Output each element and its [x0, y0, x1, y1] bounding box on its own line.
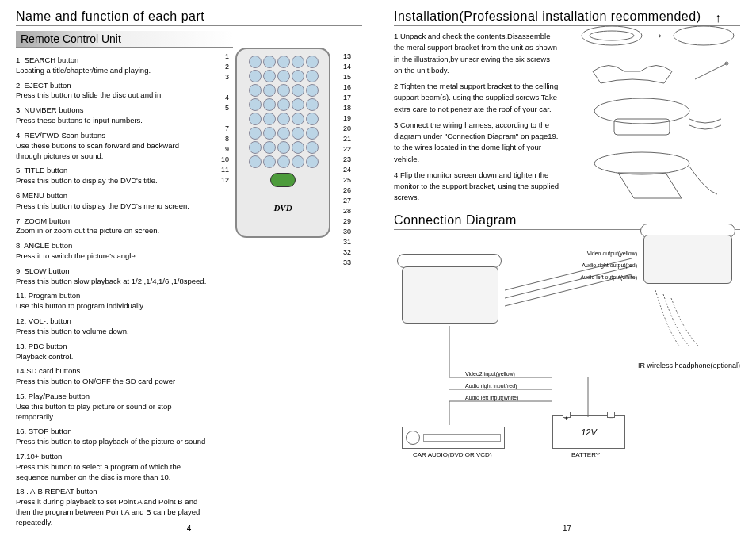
remote-item: 12. VOL-. buttonPress this button to vol… [16, 316, 206, 337]
remote-key [277, 84, 290, 97]
left-page: Name and function of each part Remote Co… [0, 0, 378, 536]
remote-key [277, 56, 290, 68]
remote-item: 13. PBC buttonPlayback control. [16, 342, 206, 362]
install-step: 1.Unpack and check the contents.Disassem… [394, 31, 560, 76]
wire-label: Video output(yellow) [587, 251, 637, 256]
remote-key [306, 127, 319, 140]
remote-item: 11. Program buttonUse this button to pro… [16, 291, 206, 312]
power-button-icon [270, 173, 296, 187]
remote-key [306, 56, 319, 68]
svg-line-3 [695, 63, 727, 79]
remote-key [292, 141, 304, 154]
remote-item: 16. STOP buttonPress this button to stop… [16, 427, 206, 447]
connection-diagram: Video output(yellow) Audio right output(… [394, 235, 740, 457]
installation-steps: 1.Unpack and check the contents.Disassem… [394, 31, 560, 204]
figure-bracket [571, 56, 745, 87]
caption-battery: BATTERY [571, 451, 600, 458]
remote-key [277, 98, 290, 111]
svg-point-7 [594, 152, 689, 174]
remote-item: 6.MENU buttonPress this button to displa… [16, 191, 206, 212]
remote-item: 4. REV/FWD-Scan buttonsUse these buttons… [16, 131, 206, 161]
remote-key [292, 84, 304, 97]
remote-key [292, 127, 304, 140]
section-title-parts: Name and function of each part [16, 10, 362, 26]
remote-item: 18 . A-B REPEAT buttonPress it during pl… [16, 487, 206, 527]
install-step: 4.Flip the monitor screen down and tight… [394, 170, 560, 204]
remote-key [306, 113, 319, 125]
svg-line-9 [505, 266, 632, 298]
arrow-up-icon [715, 11, 721, 25]
remote-key [306, 141, 319, 154]
remote-key [277, 113, 290, 125]
remote-key [263, 56, 276, 68]
wire-label: Audio left output(white) [580, 274, 637, 280]
wire-label: Audio right input(red) [465, 383, 517, 389]
remote-key [249, 155, 262, 168]
remote-key [292, 98, 304, 111]
remote-key [306, 84, 319, 97]
remote-key [306, 98, 319, 111]
remote-control: DVD [235, 48, 330, 238]
callout-numbers-left: 12345789101112 [196, 51, 229, 185]
page-number-left: 4 [187, 524, 192, 533]
remote-key [263, 141, 276, 154]
remote-key [292, 70, 304, 82]
remote-key [263, 70, 276, 82]
remote-key [249, 98, 262, 111]
remote-item: 17.10+ buttonPress this button to select… [16, 452, 206, 482]
svg-point-0 [582, 26, 642, 45]
remote-key [249, 56, 262, 68]
svg-point-2 [674, 26, 734, 45]
remote-item: 8. ANGLE buttonPress it to switch the pi… [16, 241, 206, 262]
svg-point-1 [590, 31, 634, 40]
remote-item: 5. TITLE buttonPress this button to disp… [16, 166, 206, 186]
remote-key [263, 127, 276, 140]
remote-key [249, 113, 262, 125]
remote-item: 7. ZOOM buttonZoom in or zoom out the pi… [16, 216, 206, 237]
wire-label: Video2 input(yellow) [465, 371, 515, 377]
remote-key [263, 84, 276, 97]
remote-items-list: 1. SEARCH buttonLocating a title/chapter… [16, 56, 206, 528]
remote-key [249, 70, 262, 82]
wire-label: Audio left input(white) [465, 395, 518, 400]
callout-numbers-right: 1314151617181920212223242526272829303132… [343, 51, 376, 267]
remote-item: 2. EJECT buttonPress this button to slid… [16, 81, 206, 101]
car-stereo [402, 427, 505, 449]
remote-button-grid [242, 56, 324, 167]
caption-stereo: CAR AUDIO(DVD OR VCD) [413, 451, 492, 458]
remote-key [306, 155, 319, 168]
install-step: 3.Connect the wiring harness, according … [394, 120, 560, 165]
install-step: 2.Tighten the metal support bracket to t… [394, 81, 560, 115]
remote-key [277, 127, 290, 140]
remote-key [263, 113, 276, 125]
remote-key [292, 155, 304, 168]
remote-key [249, 127, 262, 140]
headphone-label: IR wireless headphone(optional) [638, 362, 740, 369]
remote-item: 3. NUMBER buttonsPress these buttons to … [16, 105, 206, 126]
subsection-remote: Remote Control Unit [16, 31, 233, 48]
remote-item: 14.SD card buttonsPress this button to O… [16, 366, 206, 387]
remote-key [249, 141, 262, 154]
remote-item: 15. Play/Pause buttonUse this button to … [16, 392, 206, 422]
remote-item: 9. SLOW buttonPress this button slow pla… [16, 266, 206, 287]
svg-point-5 [594, 98, 689, 124]
remote-item: 1. SEARCH buttonLocating a title/chapter… [16, 56, 206, 76]
battery-box: + − 12V [552, 415, 625, 449]
remote-key [277, 141, 290, 154]
remote-key [292, 56, 304, 68]
remote-key [306, 70, 319, 82]
remote-key [277, 155, 290, 168]
remote-key [277, 70, 290, 82]
remote-key [263, 98, 276, 111]
figure-flip-down [571, 151, 745, 206]
remote-key [249, 84, 262, 97]
figure-unit-top [571, 24, 745, 48]
remote-key [292, 113, 304, 125]
dvd-logo: DVD [242, 203, 324, 212]
page-number-right: 17 [563, 524, 571, 533]
figure-unit-wiring [571, 95, 745, 143]
svg-rect-6 [614, 119, 670, 135]
installation-figures [571, 24, 745, 214]
arrow-right-icon [651, 29, 664, 43]
wire-label: Audio right output(red) [582, 262, 637, 268]
